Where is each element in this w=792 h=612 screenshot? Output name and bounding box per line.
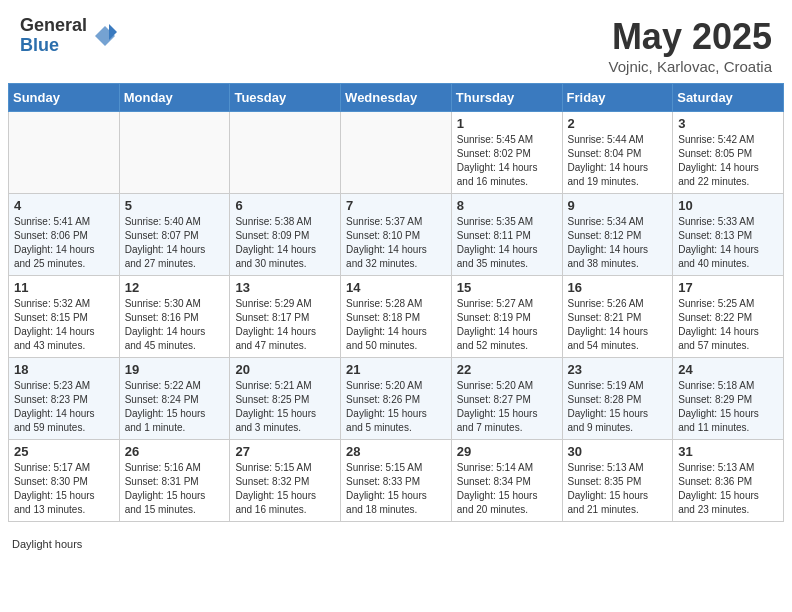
logo-blue-text: Blue [20, 35, 59, 55]
day-number: 14 [346, 280, 446, 295]
calendar-cell [9, 112, 120, 194]
calendar-cell: 25Sunrise: 5:17 AMSunset: 8:30 PMDayligh… [9, 440, 120, 522]
weekday-header: Friday [562, 84, 673, 112]
calendar-cell: 10Sunrise: 5:33 AMSunset: 8:13 PMDayligh… [673, 194, 784, 276]
weekday-header: Monday [119, 84, 230, 112]
day-number: 20 [235, 362, 335, 377]
day-info: Sunrise: 5:17 AMSunset: 8:30 PMDaylight:… [14, 461, 114, 517]
day-info: Sunrise: 5:13 AMSunset: 8:35 PMDaylight:… [568, 461, 668, 517]
calendar-cell: 16Sunrise: 5:26 AMSunset: 8:21 PMDayligh… [562, 276, 673, 358]
day-info: Sunrise: 5:15 AMSunset: 8:33 PMDaylight:… [346, 461, 446, 517]
calendar-cell: 15Sunrise: 5:27 AMSunset: 8:19 PMDayligh… [451, 276, 562, 358]
calendar-week-row: 11Sunrise: 5:32 AMSunset: 8:15 PMDayligh… [9, 276, 784, 358]
footer: Daylight hours [0, 534, 792, 558]
calendar-cell [230, 112, 341, 194]
calendar-cell: 13Sunrise: 5:29 AMSunset: 8:17 PMDayligh… [230, 276, 341, 358]
calendar-cell: 19Sunrise: 5:22 AMSunset: 8:24 PMDayligh… [119, 358, 230, 440]
day-number: 1 [457, 116, 557, 131]
calendar-cell: 30Sunrise: 5:13 AMSunset: 8:35 PMDayligh… [562, 440, 673, 522]
title-block: May 2025 Vojnic, Karlovac, Croatia [609, 16, 772, 75]
day-number: 15 [457, 280, 557, 295]
calendar-cell: 5Sunrise: 5:40 AMSunset: 8:07 PMDaylight… [119, 194, 230, 276]
day-info: Sunrise: 5:13 AMSunset: 8:36 PMDaylight:… [678, 461, 778, 517]
page-container: General Blue May 2025 Vojnic, Karlovac, … [0, 0, 792, 558]
daylight-hours-label: Daylight hours [12, 538, 82, 550]
day-info: Sunrise: 5:23 AMSunset: 8:23 PMDaylight:… [14, 379, 114, 435]
day-info: Sunrise: 5:38 AMSunset: 8:09 PMDaylight:… [235, 215, 335, 271]
day-number: 18 [14, 362, 114, 377]
day-info: Sunrise: 5:37 AMSunset: 8:10 PMDaylight:… [346, 215, 446, 271]
calendar-cell: 28Sunrise: 5:15 AMSunset: 8:33 PMDayligh… [341, 440, 452, 522]
day-number: 25 [14, 444, 114, 459]
calendar-wrap: SundayMondayTuesdayWednesdayThursdayFrid… [0, 83, 792, 534]
day-info: Sunrise: 5:33 AMSunset: 8:13 PMDaylight:… [678, 215, 778, 271]
calendar-cell: 11Sunrise: 5:32 AMSunset: 8:15 PMDayligh… [9, 276, 120, 358]
calendar-cell: 7Sunrise: 5:37 AMSunset: 8:10 PMDaylight… [341, 194, 452, 276]
day-number: 23 [568, 362, 668, 377]
day-number: 31 [678, 444, 778, 459]
logo-icon [91, 22, 119, 50]
calendar-cell: 18Sunrise: 5:23 AMSunset: 8:23 PMDayligh… [9, 358, 120, 440]
day-info: Sunrise: 5:32 AMSunset: 8:15 PMDaylight:… [14, 297, 114, 353]
logo-general-text: General [20, 15, 87, 35]
weekday-header: Tuesday [230, 84, 341, 112]
calendar-cell: 20Sunrise: 5:21 AMSunset: 8:25 PMDayligh… [230, 358, 341, 440]
calendar-week-row: 4Sunrise: 5:41 AMSunset: 8:06 PMDaylight… [9, 194, 784, 276]
day-info: Sunrise: 5:42 AMSunset: 8:05 PMDaylight:… [678, 133, 778, 189]
calendar-cell: 3Sunrise: 5:42 AMSunset: 8:05 PMDaylight… [673, 112, 784, 194]
day-info: Sunrise: 5:41 AMSunset: 8:06 PMDaylight:… [14, 215, 114, 271]
day-number: 2 [568, 116, 668, 131]
day-info: Sunrise: 5:22 AMSunset: 8:24 PMDaylight:… [125, 379, 225, 435]
calendar-cell [119, 112, 230, 194]
day-number: 24 [678, 362, 778, 377]
day-info: Sunrise: 5:18 AMSunset: 8:29 PMDaylight:… [678, 379, 778, 435]
calendar-header: SundayMondayTuesdayWednesdayThursdayFrid… [9, 84, 784, 112]
logo: General Blue [20, 16, 119, 56]
day-number: 27 [235, 444, 335, 459]
day-info: Sunrise: 5:15 AMSunset: 8:32 PMDaylight:… [235, 461, 335, 517]
weekday-header: Saturday [673, 84, 784, 112]
calendar-cell: 26Sunrise: 5:16 AMSunset: 8:31 PMDayligh… [119, 440, 230, 522]
day-number: 10 [678, 198, 778, 213]
calendar-cell: 22Sunrise: 5:20 AMSunset: 8:27 PMDayligh… [451, 358, 562, 440]
calendar-cell [341, 112, 452, 194]
day-number: 26 [125, 444, 225, 459]
day-number: 30 [568, 444, 668, 459]
day-info: Sunrise: 5:34 AMSunset: 8:12 PMDaylight:… [568, 215, 668, 271]
header: General Blue May 2025 Vojnic, Karlovac, … [0, 0, 792, 83]
calendar-cell: 17Sunrise: 5:25 AMSunset: 8:22 PMDayligh… [673, 276, 784, 358]
day-number: 3 [678, 116, 778, 131]
calendar-cell: 24Sunrise: 5:18 AMSunset: 8:29 PMDayligh… [673, 358, 784, 440]
day-info: Sunrise: 5:14 AMSunset: 8:34 PMDaylight:… [457, 461, 557, 517]
location: Vojnic, Karlovac, Croatia [609, 58, 772, 75]
calendar-cell: 21Sunrise: 5:20 AMSunset: 8:26 PMDayligh… [341, 358, 452, 440]
calendar-week-row: 25Sunrise: 5:17 AMSunset: 8:30 PMDayligh… [9, 440, 784, 522]
day-number: 19 [125, 362, 225, 377]
day-number: 29 [457, 444, 557, 459]
calendar-cell: 1Sunrise: 5:45 AMSunset: 8:02 PMDaylight… [451, 112, 562, 194]
day-info: Sunrise: 5:45 AMSunset: 8:02 PMDaylight:… [457, 133, 557, 189]
day-number: 9 [568, 198, 668, 213]
day-info: Sunrise: 5:44 AMSunset: 8:04 PMDaylight:… [568, 133, 668, 189]
calendar-cell: 27Sunrise: 5:15 AMSunset: 8:32 PMDayligh… [230, 440, 341, 522]
day-number: 28 [346, 444, 446, 459]
day-number: 7 [346, 198, 446, 213]
day-number: 12 [125, 280, 225, 295]
day-number: 21 [346, 362, 446, 377]
day-info: Sunrise: 5:20 AMSunset: 8:27 PMDaylight:… [457, 379, 557, 435]
day-number: 6 [235, 198, 335, 213]
calendar-cell: 29Sunrise: 5:14 AMSunset: 8:34 PMDayligh… [451, 440, 562, 522]
calendar-table: SundayMondayTuesdayWednesdayThursdayFrid… [8, 83, 784, 522]
calendar-week-row: 18Sunrise: 5:23 AMSunset: 8:23 PMDayligh… [9, 358, 784, 440]
weekday-header: Wednesday [341, 84, 452, 112]
day-info: Sunrise: 5:16 AMSunset: 8:31 PMDaylight:… [125, 461, 225, 517]
day-number: 16 [568, 280, 668, 295]
day-info: Sunrise: 5:30 AMSunset: 8:16 PMDaylight:… [125, 297, 225, 353]
day-info: Sunrise: 5:21 AMSunset: 8:25 PMDaylight:… [235, 379, 335, 435]
day-number: 17 [678, 280, 778, 295]
calendar-cell: 8Sunrise: 5:35 AMSunset: 8:11 PMDaylight… [451, 194, 562, 276]
calendar-cell: 2Sunrise: 5:44 AMSunset: 8:04 PMDaylight… [562, 112, 673, 194]
calendar-cell: 23Sunrise: 5:19 AMSunset: 8:28 PMDayligh… [562, 358, 673, 440]
day-number: 8 [457, 198, 557, 213]
day-number: 13 [235, 280, 335, 295]
